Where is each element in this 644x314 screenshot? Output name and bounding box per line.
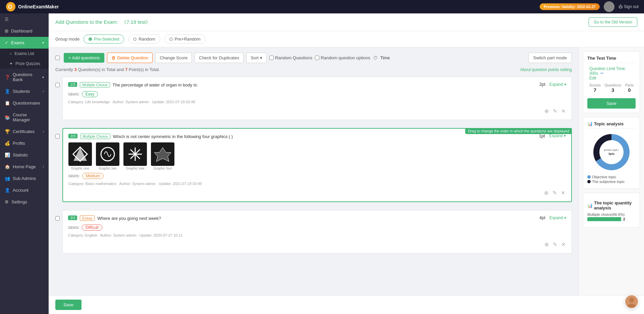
q3-expand[interactable]: Expand ▾ xyxy=(549,215,566,220)
q1-update: 2021-07-19 03:48 xyxy=(166,100,195,104)
sidebar-item-settings[interactable]: ⚙ Settings xyxy=(0,196,49,208)
q1-checkbox[interactable] xyxy=(55,83,60,87)
about-points-link[interactable]: About question points setting xyxy=(520,67,572,72)
q2-expand[interactable]: Expand ▾ xyxy=(549,133,566,138)
q3-labels-text: labels: xyxy=(68,225,80,230)
q3-difficulty-tag: Difficult xyxy=(82,225,102,231)
q2-header: 2/3 Multiple Choice Which is not center … xyxy=(68,133,566,140)
sidebar-item-exams-list[interactable]: ○ Exams List xyxy=(0,49,49,59)
sidebar-item-dashboard[interactable]: ⊞ Dashboard xyxy=(0,25,49,37)
sign-out-btn[interactable]: ⏻ Sign out xyxy=(619,4,639,9)
q2-edit-btn[interactable]: ✎ xyxy=(552,189,557,197)
q2-delete-btn[interactable]: ✕ xyxy=(560,189,566,197)
exam-name: 《7.19 test》 xyxy=(121,19,151,25)
point-count: 7 xyxy=(125,67,127,72)
q1-expand[interactable]: Expand ▾ xyxy=(549,82,566,87)
sidebar-item-home-page[interactable]: 🏠 Home Page › xyxy=(0,161,49,173)
select-all-checkbox[interactable] xyxy=(55,56,60,60)
sidebar-item-sub-admins[interactable]: 👥 Sub Admins xyxy=(0,173,49,184)
dashboard-icon: ⊞ xyxy=(5,28,8,34)
q3-author: System admin xyxy=(113,233,137,237)
main-panel: + Add questions 🗑 Delete Question Change… xyxy=(49,47,579,295)
q1-num: 1/3 xyxy=(68,82,77,87)
q2-num: 2/3 xyxy=(68,134,77,138)
sidebar-item-exams[interactable]: ✓ Exams ▾ xyxy=(0,37,49,49)
q3-checkbox[interactable] xyxy=(55,216,60,221)
q2-checkbox[interactable] xyxy=(55,134,60,138)
bottom-save-button[interactable]: Save xyxy=(55,300,82,310)
hamburger-icon[interactable]: ☰ xyxy=(0,13,49,25)
random-questions-checkbox[interactable] xyxy=(269,56,274,60)
sidebar-item-profits[interactable]: 💰 Profits xyxy=(0,137,49,149)
rp-save-button[interactable]: Save xyxy=(587,98,636,109)
q1-add-btn[interactable]: ⊕ xyxy=(544,107,549,115)
random-questions-check[interactable]: Random Questions xyxy=(269,55,312,60)
sidebar-label-prize-quizzes: Prize Quizzes xyxy=(15,61,40,66)
parts-stat: Parts 0 xyxy=(625,83,634,93)
sidebar-item-certificates[interactable]: 🏆 Certificates › xyxy=(0,126,49,137)
mode-pre-selected-label: Pre-Selected xyxy=(94,37,119,42)
sort-arrow-icon: ▾ xyxy=(260,55,262,60)
q3-delete-btn[interactable]: ✕ xyxy=(560,241,566,248)
mode-random[interactable]: Random xyxy=(128,35,160,44)
q2-add-btn[interactable]: ⊕ xyxy=(543,189,549,197)
question-limit-label: Question Limit Time: xyxy=(589,66,626,71)
donut-chart: jective topic: 3pts xyxy=(587,132,636,172)
sidebar-item-course-manager[interactable]: 📚 Course Manager xyxy=(0,109,49,126)
exams-icon: ✓ xyxy=(5,40,8,45)
mode-pre-selected[interactable]: Pre-Selected xyxy=(84,35,124,44)
sidebar-item-questions-bank[interactable]: ❓ Questions Bank ▾ xyxy=(0,69,49,85)
delete-question-button[interactable]: 🗑 Delete Question xyxy=(107,53,153,63)
random-options-check[interactable]: Random question options xyxy=(315,55,370,60)
check-duplicates-button[interactable]: Check for Duplicates xyxy=(195,53,244,63)
parts-label: Parts xyxy=(625,83,634,87)
questionnaire-icon: 📋 xyxy=(5,101,10,106)
q2-labels: labels: Medium xyxy=(68,173,566,179)
topic-analysis-label: Topic analysis xyxy=(594,121,624,126)
support-avatar[interactable] xyxy=(625,295,639,309)
bar-label-mc: Multiple choice(66.6%) xyxy=(587,212,636,216)
scores-label: Scores xyxy=(589,83,601,87)
sidebar-item-students[interactable]: 👤 Students › xyxy=(0,85,49,97)
sort-button[interactable]: Sort ▾ xyxy=(246,53,267,63)
q2-text: Which is not center symmetric in the fol… xyxy=(113,133,536,140)
q1-edit-btn[interactable]: ✎ xyxy=(552,107,558,115)
legend-dot-subjective xyxy=(587,180,591,183)
sidebar-label-settings: Settings xyxy=(11,199,27,204)
edit-pencil-icon[interactable]: ✏ xyxy=(600,71,604,76)
power-icon: ⏻ xyxy=(619,4,623,9)
q1-header: 1/3 Multiple Choice The percentage of wa… xyxy=(68,82,566,88)
sidebar-item-account[interactable]: 👤 Account xyxy=(0,184,49,196)
change-score-button[interactable]: Change Score xyxy=(155,53,192,63)
old-version-button[interactable]: Go to the Old Version xyxy=(589,17,637,27)
q2-category: Basic mathematics xyxy=(86,182,116,186)
q2-labels-text: labels: xyxy=(68,174,80,178)
mode-pre-random-label: Pre+Random xyxy=(175,37,201,42)
random-options-checkbox[interactable] xyxy=(315,56,319,60)
q2-right: 1pt Expand ▾ xyxy=(539,133,566,138)
q1-delete-btn[interactable]: ✕ xyxy=(560,107,566,115)
switch-part-button[interactable]: Switch part mode xyxy=(528,53,572,63)
sidebar-item-statistic[interactable]: 📊 Statistic xyxy=(0,149,49,161)
hp-arrow-icon: › xyxy=(43,165,44,169)
sidebar-label-questionnaire: Questionnaire xyxy=(13,101,40,106)
sidebar-label-questions-bank: Questions Bank xyxy=(13,72,40,82)
page-title: Add Questions to the Exam: 《7.19 test》 xyxy=(55,19,151,25)
q3-add-btn[interactable]: ⊕ xyxy=(544,241,549,248)
q1-points: 2pt xyxy=(539,82,545,87)
stats-text: Currently 3 Question(s) in Total and 7 P… xyxy=(55,67,160,72)
scores-stat: Scores 7 xyxy=(589,83,601,93)
q3-text: Where are you going next week? xyxy=(97,215,537,222)
sidebar-item-prize-quizzes[interactable]: ✦ Prize Quizzes xyxy=(0,59,49,69)
random-questions-label: Random Questions xyxy=(275,55,312,60)
q3-edit-btn[interactable]: ✎ xyxy=(552,241,558,248)
mode-pre-random[interactable]: Pre+Random xyxy=(164,35,206,44)
add-questions-button[interactable]: + Add questions xyxy=(64,53,104,63)
sidebar-item-questionnaire[interactable]: 📋 Questionnaire xyxy=(0,97,49,109)
radio-pre-random xyxy=(169,38,173,41)
edit-link[interactable]: Edit xyxy=(589,76,596,80)
profits-icon: 💰 xyxy=(5,141,10,146)
main-layout: ☰ ⊞ Dashboard ✓ Exams ▾ ○ Exams List ✦ P… xyxy=(0,13,644,314)
stats-line: Currently 3 Question(s) in Total and 7 P… xyxy=(55,67,572,72)
students-arrow-icon: › xyxy=(43,89,44,93)
